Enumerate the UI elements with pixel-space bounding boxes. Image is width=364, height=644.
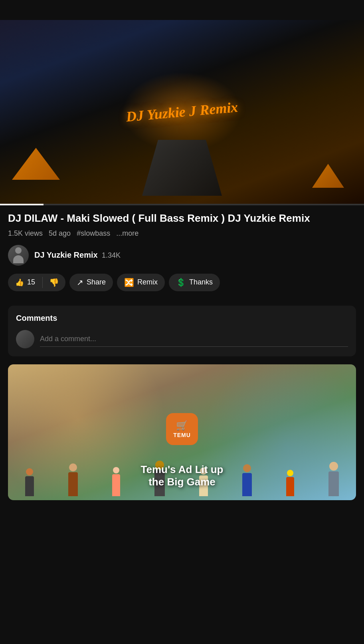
thanks-button[interactable]: 💲 Thanks [169,274,220,291]
bottom-space [0,508,364,524]
avatar-body [13,255,24,263]
share-label: Share [87,278,106,286]
temu-logo[interactable]: 🛒 TEMU [166,413,198,445]
video-title: DJ DILAW - Maki Slowed ( Full Bass Remix… [8,212,356,225]
channel-name[interactable]: DJ Yuzkie Remix [34,250,98,259]
time-ago: 5d ago [49,229,71,237]
like-count: 15 [27,278,35,286]
share-icon: ↗ [77,278,83,287]
thanks-icon: 💲 [176,278,186,287]
top-bar [0,0,364,20]
remix-button[interactable]: 🔀 Remix [117,274,165,291]
thumbnail-shape-center [142,140,222,196]
video-info-section: DJ DILAW - Maki Slowed ( Full Bass Remix… [0,205,364,299]
action-buttons-row: 👍 15 👎 ↗ Share 🔀 Remix 💲 Thanks [8,274,356,293]
comments-header: Comments [16,314,348,323]
thanks-label: Thanks [189,278,213,286]
dislike-button[interactable]: 👎 [43,274,65,291]
comment-input[interactable] [40,332,348,347]
comments-section: Comments [8,306,356,356]
ad-caption-line1: Temu's Ad Lit up [141,463,224,475]
hashtag[interactable]: #slowbass [77,229,110,237]
temu-logo-icon: 🛒 [176,420,188,431]
video-progress-bar[interactable] [0,204,364,205]
channel-avatar[interactable] [8,245,29,266]
remix-label: Remix [137,278,158,286]
channel-info: DJ Yuzkie Remix 1.34K [34,250,121,260]
thumbnail-shape-left [12,148,60,180]
like-button[interactable]: 👍 15 [8,274,42,291]
view-count: 1.5K views [8,229,43,237]
video-meta: 1.5K views 5d ago #slowbass ...more [8,229,356,238]
more-button[interactable]: ...more [116,229,138,237]
avatar-head [15,247,22,254]
video-thumbnail[interactable]: DJ Yuzkie J Remix [0,20,364,204]
like-icon: 👍 [15,278,24,287]
channel-row: DJ Yuzkie Remix 1.34K [8,245,356,266]
ad-caption-line2: the Big Game [148,476,216,488]
thumbnail-overlay-text: DJ Yuzkie J Remix [125,99,239,125]
channel-subscribers: 1.34K [102,251,121,259]
share-button[interactable]: ↗ Share [69,274,113,291]
temu-brand: TEMU [173,432,191,438]
thumbnail-shape-right [312,164,344,188]
ad-caption: Temu's Ad Lit up the Big Game [26,463,339,488]
progress-fill [0,204,44,205]
like-dislike-group: 👍 15 👎 [8,274,65,291]
remix-icon: 🔀 [124,278,134,287]
comment-input-row [16,330,348,348]
avatar-silhouette [12,247,25,263]
dislike-icon: 👎 [49,278,59,287]
user-avatar [16,330,34,348]
ad-section[interactable]: 🛒 TEMU Temu's Ad Lit up the Big Game [8,364,356,500]
